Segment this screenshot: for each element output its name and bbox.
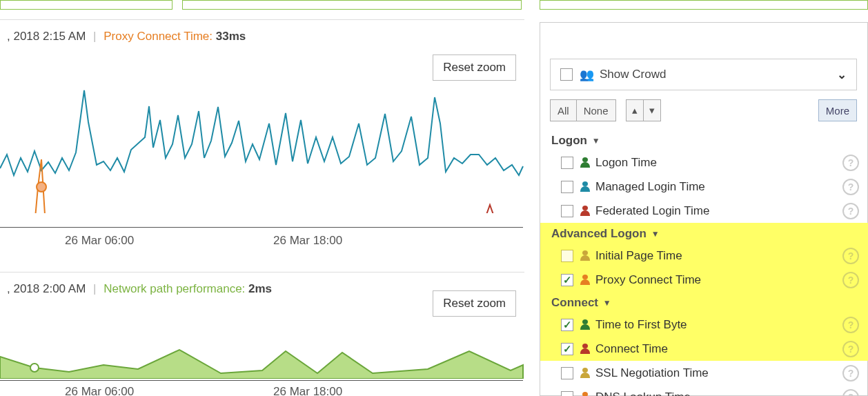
metric-item[interactable]: DNS Lookup Time?	[540, 385, 868, 396]
metric-label: Managed Login Time	[595, 180, 842, 194]
metric-item[interactable]: Initial Page Time?	[540, 244, 868, 268]
caret-down-icon: ▼	[603, 298, 611, 308]
help-icon[interactable]: ?	[842, 155, 859, 171]
svg-point-0	[37, 182, 46, 192]
person-icon	[580, 206, 590, 216]
chart-1-plot[interactable]	[0, 55, 524, 213]
chart-1-header: , 2018 2:15 AM | Proxy Connect Time: 33m…	[0, 20, 524, 43]
chart-2-baseline	[0, 380, 523, 381]
metric-label: Time to First Byte	[595, 318, 842, 332]
chart-1-metric-name: Proxy Connect Time	[103, 30, 209, 43]
group-header[interactable]: Connect ▼	[540, 292, 868, 313]
help-icon[interactable]: ?	[842, 272, 859, 288]
xaxis-tick: 26 Mar 18:00	[273, 234, 342, 248]
person-icon	[580, 319, 590, 330]
help-icon[interactable]: ?	[842, 341, 859, 357]
metric-checkbox[interactable]	[561, 391, 573, 397]
metric-label: Connect Time	[595, 342, 842, 356]
all-button[interactable]: All	[550, 99, 577, 121]
help-icon[interactable]: ?	[842, 317, 859, 333]
group-header[interactable]: Advanced Logon ▼	[540, 223, 868, 244]
xaxis-tick: 26 Mar 06:00	[65, 385, 134, 396]
chart-1-baseline	[0, 227, 523, 228]
help-icon[interactable]: ?	[842, 203, 859, 219]
none-button[interactable]: None	[576, 99, 616, 121]
metric-item[interactable]: Federated Login Time?	[540, 199, 868, 223]
chevron-down-icon: ⌄	[837, 68, 847, 82]
chart-network: , 2018 2:00 AM | Network path performanc…	[0, 272, 524, 396]
chart-1-xaxis: 26 Mar 06:00 26 Mar 18:00	[0, 234, 524, 255]
top-blank-1	[0, 0, 172, 10]
top-blank-3	[540, 0, 868, 10]
xaxis-tick: 26 Mar 06:00	[65, 234, 134, 248]
person-icon	[580, 157, 590, 168]
side-panel: 👥 Show Crowd ⌄ All None ▴ ▾ More Logon ▼…	[540, 22, 868, 396]
metric-label: Proxy Connect Time	[595, 273, 842, 287]
metric-item[interactable]: Logon Time?	[540, 150, 868, 175]
metric-item[interactable]: Connect Time?	[540, 337, 868, 361]
metric-checkbox[interactable]	[561, 205, 573, 217]
metric-item[interactable]: Proxy Connect Time?	[540, 268, 868, 292]
crowd-checkbox[interactable]	[560, 68, 573, 81]
metric-item[interactable]: SSL Negotiation Time?	[540, 361, 868, 385]
chart-2-metric-value: 2ms	[248, 282, 272, 295]
metric-label: DNS Lookup Time	[595, 390, 842, 397]
more-button[interactable]: More	[818, 99, 857, 121]
down-button[interactable]: ▾	[643, 99, 661, 121]
metric-checkbox[interactable]	[561, 319, 573, 331]
chart-2-xaxis: 26 Mar 06:00 26 Mar 18:00	[0, 385, 524, 396]
help-icon[interactable]: ?	[842, 248, 859, 264]
metric-checkbox[interactable]	[561, 157, 573, 169]
crowd-icon: 👥	[580, 68, 594, 82]
metrics-list: Logon ▼Logon Time?Managed Login Time?Fed…	[540, 130, 868, 396]
chart-1-metric-value: 33ms	[216, 30, 246, 43]
metric-checkbox[interactable]	[561, 274, 573, 286]
help-icon[interactable]: ?	[842, 389, 859, 397]
group-header[interactable]: Logon ▼	[540, 130, 868, 150]
metric-checkbox[interactable]	[561, 181, 573, 193]
help-icon[interactable]: ?	[842, 179, 859, 195]
metric-label: SSL Negotiation Time	[595, 366, 842, 380]
metric-item[interactable]: Time to First Byte?	[540, 313, 868, 337]
person-icon	[580, 275, 590, 285]
person-icon	[580, 181, 590, 192]
top-blank-2	[182, 0, 522, 10]
caret-down-icon: ▼	[592, 136, 600, 146]
show-crowd-select[interactable]: 👥 Show Crowd ⌄	[550, 59, 857, 90]
metric-checkbox[interactable]	[561, 343, 573, 355]
caret-down-icon: ▼	[651, 229, 660, 239]
filter-toolbar: All None ▴ ▾ More	[550, 99, 857, 122]
svg-point-1	[30, 364, 39, 372]
chart-proxy: , 2018 2:15 AM | Proxy Connect Time: 33m…	[0, 19, 524, 248]
chart-2-metric-name: Network path performance	[103, 282, 241, 295]
crowd-label: Show Crowd	[600, 68, 666, 81]
metric-label: Initial Page Time	[595, 249, 842, 263]
help-icon[interactable]: ?	[842, 365, 859, 382]
metric-checkbox[interactable]	[561, 250, 573, 262]
person-icon	[580, 368, 590, 378]
chart-2-plot[interactable]	[0, 310, 524, 379]
metric-label: Federated Login Time	[595, 204, 842, 218]
chart-1-timestamp: , 2018 2:15 AM	[7, 30, 86, 43]
up-button[interactable]: ▴	[626, 99, 644, 121]
chart-2-timestamp: , 2018 2:00 AM	[7, 282, 86, 295]
person-icon	[580, 250, 590, 261]
metric-label: Logon Time	[595, 156, 842, 170]
xaxis-tick: 26 Mar 18:00	[273, 385, 342, 396]
metric-checkbox[interactable]	[561, 367, 573, 379]
person-icon	[580, 392, 590, 396]
person-icon	[580, 344, 590, 354]
metric-item[interactable]: Managed Login Time?	[540, 175, 868, 199]
